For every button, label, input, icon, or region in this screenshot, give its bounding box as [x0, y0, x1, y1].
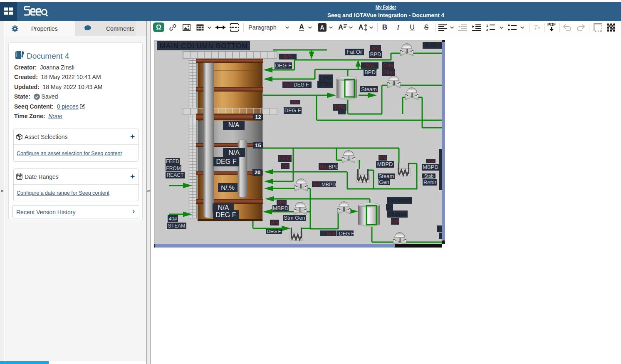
svg-text:REACT: REACT [167, 172, 184, 178]
svg-text:Slop: Slop [383, 69, 393, 75]
svg-text:FROM: FROM [166, 166, 181, 171]
svg-text:Stab: Stab [424, 173, 434, 178]
svg-text:N/A: N/A [312, 182, 321, 188]
svg-text:Fat Oil: Fat Oil [346, 49, 362, 55]
svg-text:DEG F: DEG F [216, 158, 237, 165]
svg-text:STRP: STRP [318, 81, 332, 87]
svg-text:MAIN COLUMN BOTTOM: MAIN COLUMN BOTTOM [160, 42, 248, 50]
svg-text:N/A: N/A [391, 218, 399, 224]
svg-text:N/A: N/A [292, 100, 299, 104]
svg-text:N/A: N/A [427, 158, 434, 163]
svg-text:Steam: Steam [379, 173, 394, 179]
svg-text:Stm Gen: Stm Gen [284, 215, 305, 221]
svg-text:N/A: N/A [379, 155, 387, 160]
svg-text:Steam: Steam [361, 86, 377, 92]
svg-text:P/D: P/D [282, 163, 289, 168]
svg-text:N/A: N/A [327, 231, 335, 237]
svg-text:2: 2 [486, 28, 488, 32]
svg-text:12: 12 [255, 114, 261, 120]
svg-text:N/,%: N/,% [221, 184, 235, 191]
svg-text:Gas: Gas [383, 62, 393, 68]
svg-text:MBPD: MBPD [273, 205, 289, 211]
svg-text:N/A: N/A [284, 82, 292, 88]
svg-text:LGO: LGO [320, 74, 331, 81]
svg-text:N/A: N/A [270, 220, 279, 225]
svg-text:DEG F: DEG F [339, 231, 354, 237]
svg-text:FEED: FEED [166, 158, 179, 164]
svg-text:BPD: BPD [329, 164, 339, 170]
svg-text:Reblr: Reblr [423, 179, 437, 186]
svg-text:BPD: BPD [364, 69, 376, 75]
svg-text:BPD: BPD [370, 51, 381, 57]
svg-text:DEG F: DEG F [275, 62, 292, 69]
svg-text:DEG F: DEG F [285, 107, 301, 114]
svg-text:Stripper: Stripper [388, 211, 407, 217]
svg-text:D: D [438, 225, 441, 232]
svg-text:40#: 40# [168, 216, 177, 222]
svg-text:Gen: Gen [379, 179, 389, 185]
svg-text:Oil: Oil [386, 204, 393, 210]
svg-text:15: 15 [255, 142, 261, 149]
svg-text:N/A: N/A [283, 54, 292, 59]
svg-text:1: 1 [486, 24, 488, 27]
svg-text:N/%: N/% [334, 104, 345, 110]
svg-text:N/A: N/A [228, 149, 240, 156]
svg-text:N/A: N/A [228, 121, 240, 129]
svg-text:Decanted: Decanted [388, 197, 411, 203]
svg-text:HGO: HGO [279, 155, 291, 161]
svg-text:MBPD: MBPD [377, 161, 393, 167]
svg-text:DEG F: DEG F [267, 229, 281, 234]
svg-text:20: 20 [255, 169, 260, 176]
svg-text:N/A: N/A [366, 63, 374, 69]
svg-text:LN Oil to: LN Oil to [423, 42, 444, 48]
svg-text:MBPD: MBPD [423, 164, 438, 170]
svg-text:DEG F: DEG F [216, 211, 236, 218]
svg-text:MBPD: MBPD [322, 182, 336, 188]
svg-text:N/A: N/A [371, 45, 380, 51]
svg-text:STEAM: STEAM [168, 223, 185, 229]
svg-text:N/A: N/A [319, 164, 328, 170]
svg-text:DEG F: DEG F [294, 82, 309, 88]
